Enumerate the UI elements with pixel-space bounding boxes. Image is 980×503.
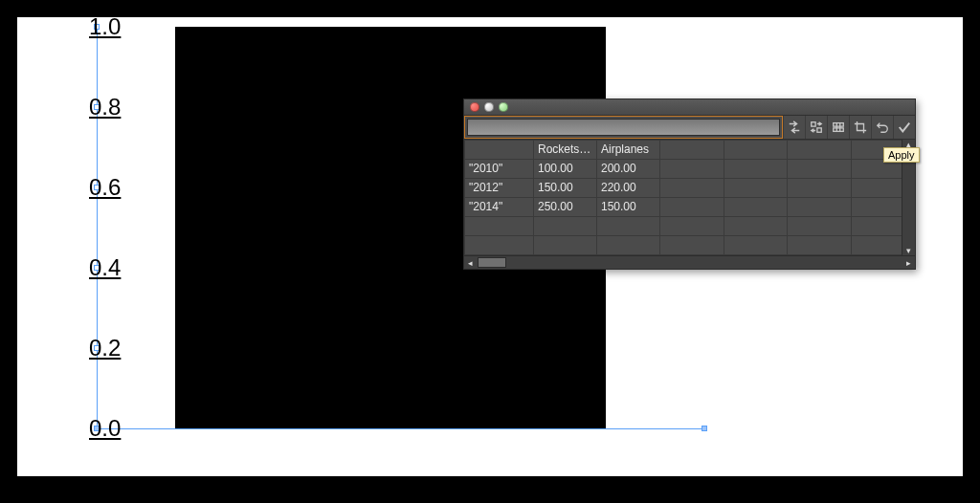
minimize-icon[interactable] [484, 102, 494, 112]
zoom-icon[interactable] [499, 102, 508, 112]
table-cell[interactable] [788, 236, 852, 255]
table-cell[interactable]: "2012" [465, 179, 534, 198]
table-cell[interactable] [724, 160, 788, 179]
panel-search-wrap [464, 116, 783, 139]
table-cell[interactable] [660, 236, 724, 255]
scroll-left-icon[interactable]: ◂ [464, 258, 477, 268]
table-cell[interactable] [660, 217, 724, 236]
table-row: "2014"250.00150.00 [465, 198, 915, 217]
table-cell[interactable] [597, 217, 660, 236]
table-cell[interactable] [724, 236, 788, 255]
table-cell[interactable] [724, 198, 788, 217]
svg-rect-2 [834, 123, 844, 127]
table-header[interactable]: Airplanes [597, 141, 660, 160]
transpose-icon[interactable] [783, 116, 805, 139]
table-row [465, 217, 915, 236]
table-header[interactable] [465, 141, 534, 160]
apply-button[interactable] [893, 116, 915, 139]
panel-titlebar[interactable] [464, 99, 915, 115]
panel-search-input[interactable] [467, 119, 780, 136]
table-cell[interactable] [724, 217, 788, 236]
table-header[interactable]: Rocketsh... [534, 141, 597, 160]
svg-rect-1 [817, 128, 821, 132]
table-cell[interactable] [788, 160, 852, 179]
table-cell[interactable] [660, 198, 724, 217]
table-row: "2012"150.00220.00 [465, 179, 915, 198]
table-cell[interactable]: 200.00 [597, 160, 660, 179]
data-panel[interactable]: Rocketsh... Airplanes "2010"100.00200.00… [463, 98, 916, 270]
table-cell[interactable] [788, 179, 852, 198]
svg-rect-0 [812, 122, 815, 126]
table-cell[interactable] [597, 236, 660, 255]
panel-toolbar-icons [783, 116, 915, 139]
horizontal-scrollbar[interactable]: ◂ ▸ [464, 255, 915, 269]
scroll-thumb[interactable] [478, 257, 506, 268]
table-cell[interactable] [788, 198, 852, 217]
table-row [465, 236, 915, 255]
table-header[interactable] [724, 141, 788, 160]
table-cell[interactable] [660, 160, 724, 179]
panel-grid: Rocketsh... Airplanes "2010"100.00200.00… [464, 140, 915, 255]
table-cell[interactable] [465, 236, 534, 255]
table-header[interactable] [788, 141, 852, 160]
scroll-right-icon[interactable]: ▸ [902, 258, 915, 268]
table-row: "2010"100.00200.00 [465, 160, 915, 179]
swap-rows-icon[interactable] [805, 116, 827, 139]
table-cell[interactable]: 150.00 [534, 179, 597, 198]
table-cell[interactable] [534, 217, 597, 236]
table-cell[interactable] [724, 179, 788, 198]
svg-rect-3 [834, 128, 844, 132]
table-cell[interactable]: "2014" [465, 198, 534, 217]
scroll-down-icon[interactable]: ▾ [902, 246, 915, 255]
table-cell[interactable] [465, 217, 534, 236]
crop-icon[interactable] [849, 116, 871, 139]
apply-tooltip: Apply [883, 147, 920, 163]
table-header[interactable] [660, 141, 724, 160]
y-axis-line [97, 27, 98, 428]
data-table[interactable]: Rocketsh... Airplanes "2010"100.00200.00… [464, 140, 915, 255]
table-cell[interactable]: 250.00 [534, 198, 597, 217]
x-axis-line [97, 428, 704, 429]
table-cell[interactable]: 220.00 [597, 179, 660, 198]
close-icon[interactable] [470, 102, 479, 112]
table-cell[interactable]: 100.00 [534, 160, 597, 179]
panel-toolbar [464, 115, 915, 140]
x-axis-end-handle[interactable] [702, 426, 707, 431]
table-cell[interactable] [534, 236, 597, 255]
canvas: 0.00.20.40.60.81.0 [17, 17, 963, 476]
table-cell[interactable]: "2010" [465, 160, 534, 179]
table-cell[interactable] [660, 179, 724, 198]
table-header-row: Rocketsh... Airplanes [465, 141, 915, 160]
swap-cols-icon[interactable] [827, 116, 849, 139]
undo-icon[interactable] [871, 116, 893, 139]
table-cell[interactable] [788, 217, 852, 236]
table-cell[interactable]: 150.00 [597, 198, 660, 217]
